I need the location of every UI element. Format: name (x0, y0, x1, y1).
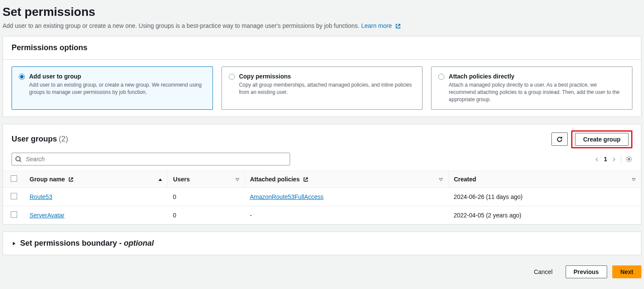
boundary-title-text: Set permissions boundary - (20, 239, 124, 247)
policy-link[interactable]: AmazonRoute53FullAccess (250, 193, 323, 200)
create-group-button[interactable]: Create group (575, 133, 629, 146)
row-checkbox[interactable] (11, 193, 17, 199)
filter-icon (439, 176, 443, 183)
radio-attach-policies-directly[interactable] (438, 74, 444, 80)
refresh-icon (556, 135, 563, 142)
permissions-boundary-panel[interactable]: Set permissions boundary - optional (3, 232, 641, 255)
learn-more-link[interactable]: Learn more (361, 22, 401, 29)
select-all-checkbox[interactable] (11, 175, 17, 182)
options-row: Add user to group Add user to an existin… (12, 66, 632, 109)
next-button[interactable]: Next (612, 265, 641, 278)
permissions-options-panel: Permissions options Add user to group Ad… (3, 36, 641, 117)
permissions-options-header: Permissions options (3, 36, 641, 60)
option-title: Attach policies directly (449, 73, 625, 80)
gear-icon[interactable] (626, 155, 632, 163)
col-label: Group name (30, 176, 65, 183)
refresh-button[interactable] (551, 132, 568, 146)
learn-more-label: Learn more (361, 22, 392, 29)
user-groups-count: (2) (59, 135, 68, 143)
col-created[interactable]: Created (449, 171, 641, 187)
col-label: Attached policies (250, 176, 300, 183)
svg-point-0 (16, 157, 20, 161)
svg-point-1 (628, 158, 630, 160)
user-groups-panel: User groups (2) Create group (3, 124, 641, 225)
col-label: Created (454, 176, 476, 183)
subtitle-text: Add user to an existing group or create … (3, 22, 359, 29)
group-name-link[interactable]: Route53 (30, 193, 52, 200)
col-group-name[interactable]: Group name (24, 171, 168, 187)
option-title: Add user to group (29, 73, 206, 80)
page-subtitle: Add user to an existing group or create … (3, 22, 641, 29)
create-group-highlight: Create group (571, 130, 632, 148)
radio-copy-permissions[interactable] (229, 74, 235, 80)
group-name-link[interactable]: ServerAvatar (30, 212, 64, 219)
user-groups-title: User groups (12, 135, 57, 143)
sort-asc-icon (158, 176, 162, 183)
table-row: Route53 0 AmazonRoute53FullAccess 2024-0… (3, 187, 641, 206)
permissions-options-title: Permissions options (12, 43, 632, 52)
boundary-title-optional: optional (124, 239, 154, 247)
cancel-button[interactable]: Cancel (526, 266, 560, 278)
footer: Cancel Previous Next (3, 264, 641, 283)
cell-users: 0 (168, 206, 245, 224)
user-groups-header: User groups (2) Create group (3, 124, 641, 153)
row-checkbox[interactable] (11, 211, 17, 218)
option-attach-policies-directly[interactable]: Attach policies directly Attach a manage… (431, 66, 632, 109)
option-title: Copy permissions (239, 73, 416, 80)
col-users[interactable]: Users (168, 171, 245, 187)
col-label: Users (173, 176, 190, 183)
page-prev-icon[interactable] (594, 156, 599, 163)
page-number: 1 (604, 156, 607, 163)
external-link-icon (303, 177, 309, 182)
radio-add-user-to-group[interactable] (19, 74, 25, 80)
col-attached-policies[interactable]: Attached policies (245, 171, 449, 187)
page-title: Set permissions (3, 5, 641, 19)
option-copy-permissions[interactable]: Copy permissions Copy all group membersh… (222, 66, 423, 109)
cell-created: 2022-04-05 (2 years ago) (449, 206, 641, 224)
external-link-icon (68, 177, 74, 182)
table-row: ServerAvatar 0 - 2022-04-05 (2 years ago… (3, 206, 641, 224)
option-add-user-to-group[interactable]: Add user to group Add user to an existin… (12, 66, 213, 109)
option-desc: Copy all group memberships, attached man… (239, 81, 416, 96)
search-input[interactable] (12, 153, 290, 166)
search-icon (15, 155, 22, 163)
filter-icon (632, 176, 636, 183)
pager-divider (621, 155, 621, 163)
user-groups-table: Group name Users (3, 171, 641, 224)
cell-users: 0 (168, 187, 245, 206)
cell-policies: - (245, 206, 449, 224)
filter-icon (235, 176, 240, 183)
option-desc: Attach a managed policy directly to a us… (449, 81, 625, 103)
previous-button[interactable]: Previous (566, 265, 607, 278)
search-box (12, 153, 290, 166)
cell-created: 2024-06-26 (11 days ago) (449, 187, 641, 206)
option-desc: Add user to an existing group, or create… (29, 81, 206, 96)
pager: 1 (594, 155, 632, 163)
expand-icon (12, 239, 17, 248)
page-next-icon[interactable] (611, 156, 617, 163)
external-link-icon (395, 23, 401, 29)
